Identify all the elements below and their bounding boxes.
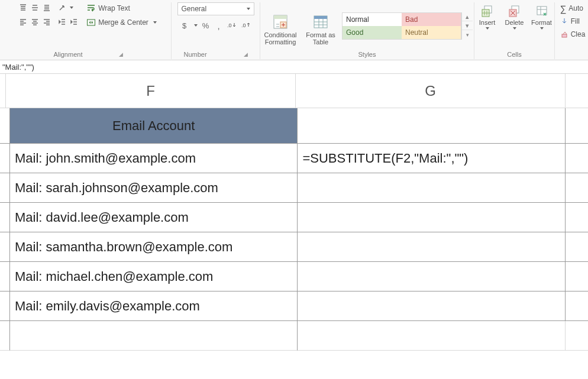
- align-middle-icon[interactable]: [30, 2, 40, 13]
- merge-center-button[interactable]: Merge & Center: [84, 17, 159, 28]
- cell-edge[interactable]: [0, 144, 10, 173]
- increase-indent-icon[interactable]: [69, 17, 79, 27]
- style-bad[interactable]: Bad: [402, 13, 461, 26]
- percent-icon[interactable]: %: [200, 20, 212, 31]
- merge-dd-icon[interactable]: [153, 21, 157, 24]
- number-format-select[interactable]: General: [177, 2, 254, 15]
- cell-styles-gallery[interactable]: Normal Bad Good Neutral: [342, 12, 461, 40]
- cell-G8[interactable]: [298, 321, 566, 351]
- svg-rect-4: [274, 15, 287, 19]
- insert-label: Insert: [479, 19, 496, 26]
- autosum-button[interactable]: ∑Auto: [560, 2, 583, 14]
- align-left-icon[interactable]: [18, 17, 28, 27]
- format-as-table-button[interactable]: Format as Table: [302, 5, 340, 47]
- fill-button[interactable]: Fill: [560, 15, 580, 27]
- format-button[interactable]: Format: [529, 5, 555, 30]
- orientation-dd-icon[interactable]: [69, 2, 75, 13]
- decrease-decimal-icon[interactable]: .0: [240, 20, 253, 31]
- delete-button[interactable]: Delete: [502, 5, 528, 30]
- align-bottom-icon[interactable]: [41, 2, 52, 13]
- styles-scroll-down-icon[interactable]: ▾: [462, 21, 473, 30]
- group-number: General $ % , .0 .0 Number◢: [172, 2, 260, 59]
- sigma-icon: ∑: [560, 4, 567, 14]
- group-alignment: Wrap Text Merge & Center Alignment◢: [6, 2, 172, 59]
- conditional-formatting-label: Conditional Formatting: [264, 31, 296, 46]
- ribbon: Wrap Text Merge & Center Alignment◢ Gene…: [0, 0, 588, 60]
- align-right-icon[interactable]: [41, 17, 52, 27]
- col-header-edge[interactable]: [0, 74, 6, 108]
- styles-more-icon[interactable]: ▾: [462, 30, 473, 39]
- cell-F8[interactable]: [10, 321, 298, 351]
- cell-G6[interactable]: [298, 262, 566, 291]
- cell-edge[interactable]: [0, 291, 10, 321]
- cell-edge[interactable]: [0, 232, 10, 262]
- cell-G5[interactable]: [298, 232, 566, 262]
- number-format-dd-icon: [247, 8, 250, 10]
- alignment-launcher-icon[interactable]: ◢: [119, 51, 123, 57]
- svg-rect-7: [314, 16, 327, 19]
- cell-right[interactable]: [566, 108, 588, 144]
- cell-right[interactable]: [566, 291, 588, 321]
- orientation-icon[interactable]: [57, 2, 67, 13]
- group-alignment-label: Alignment: [54, 51, 83, 58]
- number-format-value: General: [182, 5, 207, 13]
- cell-right[interactable]: [566, 203, 588, 232]
- cell-right[interactable]: [566, 173, 588, 203]
- svg-text:.0: .0: [241, 22, 246, 28]
- group-styles-label: Styles: [358, 51, 376, 58]
- cell-G4[interactable]: [298, 203, 566, 232]
- wrap-text-button[interactable]: Wrap Text: [84, 2, 159, 14]
- comma-icon[interactable]: ,: [213, 20, 225, 31]
- clear-button[interactable]: Clea: [560, 28, 586, 40]
- align-top-icon[interactable]: [18, 2, 28, 13]
- cell-F4[interactable]: Mail: david.lee@example.com: [10, 203, 298, 232]
- number-launcher-icon[interactable]: ◢: [244, 51, 248, 57]
- merge-center-label: Merge & Center: [98, 18, 148, 27]
- cell-edge[interactable]: [0, 262, 10, 291]
- increase-decimal-icon[interactable]: .0: [226, 20, 239, 31]
- group-editing: ∑Auto Fill Clea: [555, 2, 588, 59]
- cell-edge[interactable]: [0, 203, 10, 232]
- cell-G7[interactable]: [298, 291, 566, 321]
- cell-F2[interactable]: Mail: john.smith@example.com: [10, 144, 298, 173]
- formula-bar-content: "Mail:",""): [2, 63, 34, 72]
- spreadsheet-grid[interactable]: F G Email Account Mail: john.smith@examp…: [0, 74, 588, 351]
- currency-dd-icon[interactable]: [193, 20, 199, 31]
- cell-right[interactable]: [566, 262, 588, 291]
- group-cells-label: Cells: [507, 51, 521, 58]
- conditional-formatting-button[interactable]: Conditional Formatting: [261, 5, 299, 47]
- clear-label: Clea: [571, 30, 586, 38]
- style-neutral[interactable]: Neutral: [402, 26, 461, 39]
- cell-edge[interactable]: [0, 321, 10, 351]
- styles-scroll-up-icon[interactable]: ▴: [462, 12, 473, 21]
- style-normal[interactable]: Normal: [343, 13, 402, 26]
- formula-bar[interactable]: "Mail:",""): [0, 60, 588, 74]
- wrap-text-label: Wrap Text: [98, 4, 130, 12]
- cell-F7[interactable]: Mail: emily.davis@example.com: [10, 291, 298, 321]
- cell-edge[interactable]: [0, 108, 10, 144]
- style-good[interactable]: Good: [343, 26, 402, 39]
- align-center-icon[interactable]: [30, 17, 40, 27]
- cell-right[interactable]: [566, 144, 588, 173]
- cell-F6[interactable]: Mail: michael.chen@example.com: [10, 262, 298, 291]
- insert-button[interactable]: Insert: [474, 5, 500, 30]
- format-label: Format: [531, 19, 552, 26]
- cell-F5[interactable]: Mail: samantha.brown@example.com: [10, 232, 298, 262]
- svg-text:.0: .0: [227, 22, 232, 28]
- cell-G2[interactable]: =SUBSTITUTE(F2,"Mail:",""): [298, 144, 566, 173]
- format-as-table-label: Format as Table: [306, 31, 335, 46]
- group-number-label: Number: [183, 51, 206, 58]
- col-header-G[interactable]: G: [296, 74, 566, 108]
- col-header-right[interactable]: [566, 74, 588, 108]
- cell-F-header[interactable]: Email Account: [10, 108, 298, 144]
- cell-G-header[interactable]: [298, 108, 566, 144]
- currency-icon[interactable]: $: [177, 20, 192, 31]
- cell-right[interactable]: [566, 321, 588, 351]
- cell-G3[interactable]: [298, 173, 566, 203]
- group-cells: Insert Delete Format Cells: [474, 2, 555, 59]
- col-header-F[interactable]: F: [6, 74, 296, 108]
- cell-F3[interactable]: Mail: sarah.johnson@example.com: [10, 173, 298, 203]
- decrease-indent-icon[interactable]: [57, 17, 67, 27]
- cell-edge[interactable]: [0, 173, 10, 203]
- cell-right[interactable]: [566, 232, 588, 262]
